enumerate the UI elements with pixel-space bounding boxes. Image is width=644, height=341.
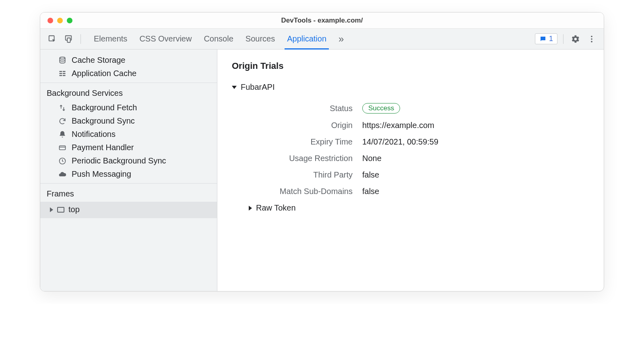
- device-toolbar-button[interactable]: [62, 33, 75, 45]
- svg-rect-2: [67, 38, 70, 42]
- sidebar-section-header: Frames: [40, 185, 217, 202]
- panel-body: Cache Storage Application Cache Backgrou…: [40, 50, 604, 291]
- panel-heading: Origin Trials: [232, 61, 589, 71]
- panel-tabs: Elements CSS Overview Console Sources Ap…: [94, 29, 532, 49]
- svg-rect-10: [63, 73, 66, 74]
- settings-button[interactable]: [569, 33, 582, 45]
- toolbar-separator: [563, 34, 564, 44]
- card-icon: [58, 144, 67, 152]
- field-label: Expiry Time: [232, 137, 353, 147]
- sidebar-bg-services-group: Background Services Background Fetch Bac…: [40, 83, 217, 184]
- more-tabs-button[interactable]: »: [339, 29, 344, 49]
- toolbar-separator: [80, 34, 81, 44]
- tab-elements[interactable]: Elements: [94, 29, 127, 49]
- svg-rect-11: [60, 75, 62, 76]
- issues-count: 1: [549, 35, 553, 43]
- devtools-toolbar: Elements CSS Overview Console Sources Ap…: [40, 29, 604, 50]
- field-value: false: [362, 170, 379, 180]
- field-third-party: Third Party false: [232, 170, 589, 180]
- window-titlebar: DevTools - example.com/: [40, 12, 604, 29]
- sidebar-item-label: Periodic Background Sync: [72, 156, 166, 165]
- field-label: Match Sub-Domains: [232, 187, 353, 196]
- field-label: Status: [232, 104, 353, 113]
- window-zoom-button[interactable]: [67, 18, 72, 23]
- traffic-lights: [40, 18, 72, 23]
- svg-point-3: [591, 35, 592, 37]
- issues-button[interactable]: 1: [535, 33, 557, 44]
- field-value: false: [362, 187, 379, 196]
- gear-icon: [571, 35, 580, 43]
- sidebar-item-label: Background Sync: [72, 116, 135, 126]
- tab-css-overview[interactable]: CSS Overview: [139, 29, 192, 49]
- sidebar-item-label: Application Cache: [72, 69, 136, 78]
- application-sidebar: Cache Storage Application Cache Backgrou…: [40, 50, 217, 291]
- toolbar-right: 1: [535, 33, 598, 45]
- svg-rect-13: [60, 146, 66, 150]
- expand-arrow-icon: [249, 206, 252, 211]
- sidebar-item-application-cache[interactable]: Application Cache: [40, 67, 217, 80]
- sidebar-item-label: Payment Handler: [72, 143, 134, 152]
- frame-icon: [57, 207, 64, 213]
- kebab-icon: [587, 35, 596, 43]
- clock-icon: [58, 157, 67, 165]
- sidebar-item-cache-storage[interactable]: Cache Storage: [40, 54, 217, 67]
- field-expiry-time: Expiry Time 14/07/2021, 00:59:59: [232, 137, 589, 147]
- svg-rect-9: [60, 73, 62, 74]
- field-value: https://example.com: [362, 121, 434, 130]
- window-close-button[interactable]: [47, 18, 53, 23]
- raw-token-label: Raw Token: [256, 203, 296, 213]
- sidebar-item-payment-handler[interactable]: Payment Handler: [40, 141, 217, 154]
- fetch-icon: [58, 104, 67, 112]
- collapse-arrow-icon: [232, 86, 237, 89]
- sync-icon: [58, 117, 67, 125]
- sidebar-item-periodic-background-sync[interactable]: Periodic Background Sync: [40, 154, 217, 167]
- field-label: Origin: [232, 121, 353, 130]
- sidebar-item-background-sync[interactable]: Background Sync: [40, 114, 217, 128]
- sidebar-item-background-fetch[interactable]: Background Fetch: [40, 101, 217, 114]
- trial-name-label: FubarAPI: [241, 83, 275, 92]
- tab-console[interactable]: Console: [204, 29, 233, 49]
- field-value: 14/07/2021, 00:59:59: [362, 137, 438, 147]
- svg-rect-12: [63, 75, 66, 76]
- grid-icon: [58, 70, 67, 78]
- raw-token-toggle[interactable]: Raw Token: [249, 203, 589, 213]
- inspect-element-button[interactable]: [46, 33, 59, 45]
- devtools-window: DevTools - example.com/ Elements CSS Ove…: [40, 12, 604, 291]
- field-label: Third Party: [232, 170, 353, 180]
- field-match-sub-domains: Match Sub-Domains false: [232, 187, 589, 196]
- origin-trial-entry[interactable]: FubarAPI: [232, 83, 589, 92]
- svg-rect-8: [63, 71, 66, 72]
- sidebar-frames-group: Frames top: [40, 184, 217, 221]
- svg-point-6: [60, 57, 65, 59]
- field-origin: Origin https://example.com: [232, 121, 589, 130]
- tab-application[interactable]: Application: [287, 29, 326, 49]
- sidebar-item-label: Notifications: [72, 130, 116, 139]
- field-value: None: [362, 154, 382, 163]
- kebab-menu-button[interactable]: [585, 33, 598, 45]
- sidebar-item-notifications[interactable]: Notifications: [40, 128, 217, 141]
- sidebar-item-push-messaging[interactable]: Push Messaging: [40, 167, 217, 181]
- origin-trials-panel: Origin Trials FubarAPI Status Success Or…: [217, 50, 604, 291]
- field-label: Usage Restriction: [232, 154, 353, 163]
- tab-sources[interactable]: Sources: [246, 29, 275, 49]
- bell-icon: [58, 130, 67, 138]
- svg-rect-7: [60, 71, 62, 72]
- field-status: Status Success: [232, 103, 589, 114]
- status-badge: Success: [362, 103, 400, 114]
- database-icon: [58, 56, 67, 64]
- issues-icon: [539, 35, 547, 43]
- sidebar-item-label: Background Fetch: [72, 103, 137, 112]
- sidebar-cache-group: Cache Storage Application Cache: [40, 50, 217, 83]
- expand-arrow-icon: [50, 207, 53, 212]
- frame-label: top: [68, 205, 80, 214]
- sidebar-section-header: Background Services: [40, 85, 217, 101]
- field-usage-restriction: Usage Restriction None: [232, 154, 589, 163]
- sidebar-item-label: Push Messaging: [72, 169, 131, 179]
- svg-point-4: [591, 38, 592, 40]
- sidebar-item-label: Cache Storage: [72, 56, 125, 65]
- window-title: DevTools - example.com/: [40, 17, 604, 25]
- svg-point-5: [591, 41, 592, 42]
- window-minimize-button[interactable]: [57, 18, 63, 23]
- sidebar-item-frame-top[interactable]: top: [40, 202, 217, 218]
- cloud-icon: [58, 170, 67, 178]
